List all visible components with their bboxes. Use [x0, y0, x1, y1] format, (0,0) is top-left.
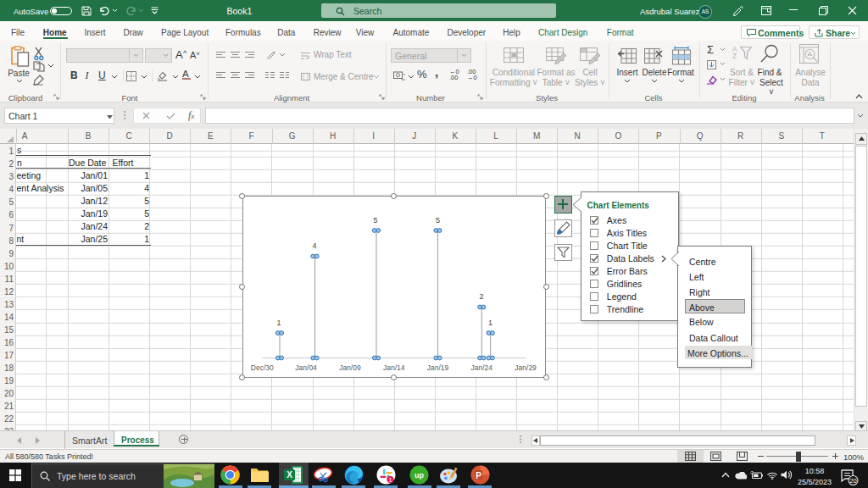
svg-text:5: 5 — [435, 216, 439, 225]
svg-text:Jan/09: Jan/09 — [339, 363, 361, 372]
svg-text:5: 5 — [373, 216, 377, 225]
svg-text:Jan/14: Jan/14 — [382, 363, 404, 372]
svg-text:20: 20 — [849, 477, 856, 485]
svg-text:1: 1 — [276, 319, 281, 327]
svg-text:1: 1 — [487, 319, 492, 327]
svg-text:4: 4 — [312, 241, 316, 250]
svg-text:P: P — [476, 471, 481, 480]
svg-text:Jan/24: Jan/24 — [470, 363, 492, 372]
svg-text:1: 1 — [388, 477, 392, 483]
svg-text:X: X — [287, 470, 292, 480]
svg-text:Jan/29: Jan/29 — [515, 363, 537, 372]
svg-text:Dec/30: Dec/30 — [250, 363, 273, 372]
svg-text:up: up — [415, 471, 424, 480]
svg-text:2: 2 — [479, 292, 483, 301]
svg-text:Jan/19: Jan/19 — [426, 363, 448, 372]
svg-text:Jan/04: Jan/04 — [295, 363, 317, 372]
